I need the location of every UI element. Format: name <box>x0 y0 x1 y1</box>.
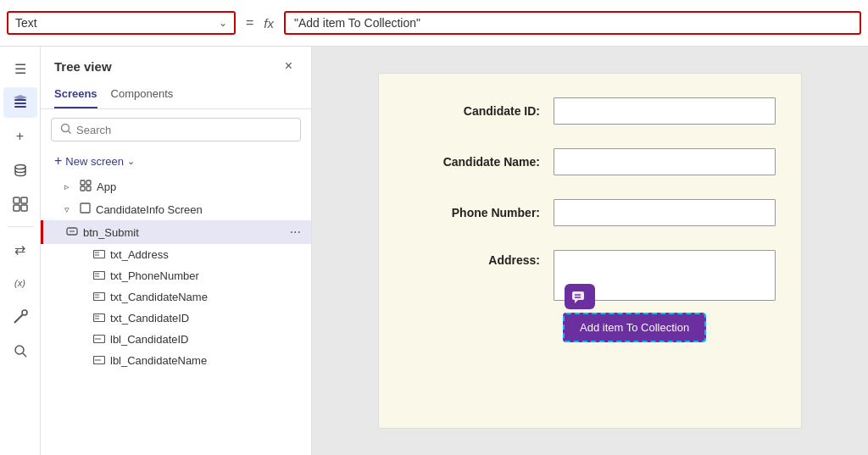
search-input[interactable] <box>76 124 292 136</box>
svg-point-4 <box>15 165 25 169</box>
tree-item-label: App <box>97 180 301 193</box>
button-icon <box>66 225 78 240</box>
svg-rect-17 <box>81 186 85 191</box>
screen-icon <box>80 203 91 216</box>
tree-item-label: txt_CandidateID <box>110 312 301 325</box>
svg-rect-22 <box>94 251 105 258</box>
phone-number-row: Phone Number: <box>404 199 776 226</box>
more-options-icon[interactable]: ··· <box>290 225 301 240</box>
tree-panel: Tree view × Screens Components + New scr… <box>41 47 312 455</box>
submit-button[interactable]: Add item To Collection <box>563 313 706 342</box>
svg-line-14 <box>69 131 71 134</box>
address-row: Address: <box>404 250 776 301</box>
textinput-icon <box>93 291 105 303</box>
form-canvas: Candidate ID: Candidate Name: Phone Numb… <box>378 73 802 429</box>
svg-rect-25 <box>94 272 105 280</box>
textinput-icon <box>93 248 105 261</box>
tree-item-app[interactable]: ▹ App <box>41 175 311 198</box>
search-icon <box>60 123 71 136</box>
tree-item-label: txt_PhoneNumber <box>110 269 301 282</box>
svg-point-10 <box>22 310 27 315</box>
layers-icon[interactable] <box>3 87 37 118</box>
phone-number-label: Phone Number: <box>404 206 540 219</box>
svg-point-13 <box>62 125 70 132</box>
textinput-icon <box>93 312 105 325</box>
svg-point-11 <box>15 346 24 354</box>
svg-rect-19 <box>81 203 90 213</box>
tree-item-txt-candidateid[interactable]: txt_CandidateID <box>41 308 311 329</box>
plus-icon: + <box>54 153 62 169</box>
tab-components[interactable]: Components <box>111 82 174 108</box>
tree-header: Tree view × <box>41 47 311 82</box>
svg-rect-15 <box>81 180 85 185</box>
tree-item-label: lbl_CandidateName <box>110 354 301 367</box>
tree-item-txt-phonenumber[interactable]: txt_PhoneNumber <box>41 265 311 286</box>
svg-rect-1 <box>14 103 26 104</box>
sidebar-divider <box>8 226 33 227</box>
equals-sign: = <box>246 15 253 31</box>
candidate-name-row: Candidate Name: <box>404 148 776 175</box>
svg-line-9 <box>14 314 23 323</box>
new-screen-row[interactable]: + New screen ⌄ <box>41 150 311 172</box>
components-icon[interactable] <box>3 189 37 219</box>
submit-button-label: Add item To Collection <box>580 321 689 334</box>
tree-tabs: Screens Components <box>41 82 311 109</box>
label-icon <box>93 333 105 346</box>
tree-item-txt-candidatename[interactable]: txt_CandidateName <box>41 286 311 308</box>
tree-content: ▹ App ▿ Ca <box>41 172 311 455</box>
main-layout: ☰ + ⇄ (x) <box>0 47 868 455</box>
new-screen-chevron-icon: ⌄ <box>127 156 135 167</box>
svg-rect-38 <box>572 291 584 300</box>
svg-rect-16 <box>86 180 91 185</box>
canvas-area: Candidate ID: Candidate Name: Phone Numb… <box>312 47 868 455</box>
tree-item-label: btn_Submit <box>83 226 287 239</box>
tree-item-txt-address[interactable]: txt_Address <box>41 244 311 265</box>
tab-screens[interactable]: Screens <box>54 82 97 108</box>
textinput-icon <box>93 269 105 282</box>
svg-rect-5 <box>14 197 19 203</box>
phone-number-input[interactable] <box>554 199 776 226</box>
database-icon[interactable] <box>3 155 37 186</box>
new-screen-label: New screen <box>65 155 124 168</box>
candidate-name-label: Candidate Name: <box>404 155 540 169</box>
tree-item-label: txt_CandidateName <box>110 291 301 303</box>
fx-icon: fx <box>264 16 274 31</box>
tree-item-candidateinfo[interactable]: ▿ CandidateInfo Screen <box>41 198 311 220</box>
variable-icon[interactable]: (x) <box>3 268 37 298</box>
tree-item-btn-submit[interactable]: btn_Submit ··· <box>41 220 311 244</box>
top-bar: Text ⌄ = fx "Add item To Collection" <box>0 0 868 47</box>
tree-item-lbl-candidatename[interactable]: lbl_CandidateName <box>41 350 311 371</box>
svg-rect-6 <box>21 197 27 203</box>
property-dropdown[interactable]: Text ⌄ <box>7 11 236 35</box>
svg-line-12 <box>23 353 26 357</box>
tools-icon[interactable] <box>3 302 37 332</box>
tree-item-lbl-candidateid[interactable]: lbl_CandidateID <box>41 329 311 350</box>
formula-bar[interactable]: "Add item To Collection" <box>284 11 861 35</box>
tree-item-label: lbl_CandidateID <box>110 333 301 346</box>
address-input[interactable]: Add item To Collection <box>554 250 776 301</box>
search-sidebar-icon[interactable] <box>3 336 37 366</box>
svg-marker-39 <box>575 300 578 303</box>
candidate-id-label: Candidate ID: <box>404 104 540 118</box>
submit-btn-container: Add item To Collection <box>563 284 706 342</box>
chevron-down-icon: ⌄ <box>219 17 227 29</box>
icon-sidebar: ☰ + ⇄ (x) <box>0 47 41 455</box>
tree-title: Tree view <box>54 59 112 74</box>
hamburger-menu-icon[interactable]: ☰ <box>3 53 37 84</box>
expand-icon: ▹ <box>64 181 76 192</box>
address-label: Address: <box>404 250 540 267</box>
svg-rect-18 <box>86 186 91 191</box>
expand-icon: ▿ <box>64 204 76 215</box>
tree-item-label: txt_Address <box>110 248 301 261</box>
add-icon[interactable]: + <box>3 121 37 152</box>
candidate-name-input[interactable] <box>554 148 776 175</box>
app-icon <box>80 180 92 194</box>
search-box <box>51 118 301 141</box>
svg-rect-28 <box>94 293 105 301</box>
label-icon <box>93 354 105 367</box>
candidate-id-row: Candidate ID: <box>404 97 776 125</box>
candidate-id-input[interactable] <box>554 97 776 125</box>
close-icon[interactable]: × <box>280 57 298 75</box>
arrows-icon[interactable]: ⇄ <box>3 234 37 264</box>
svg-rect-8 <box>21 205 27 211</box>
